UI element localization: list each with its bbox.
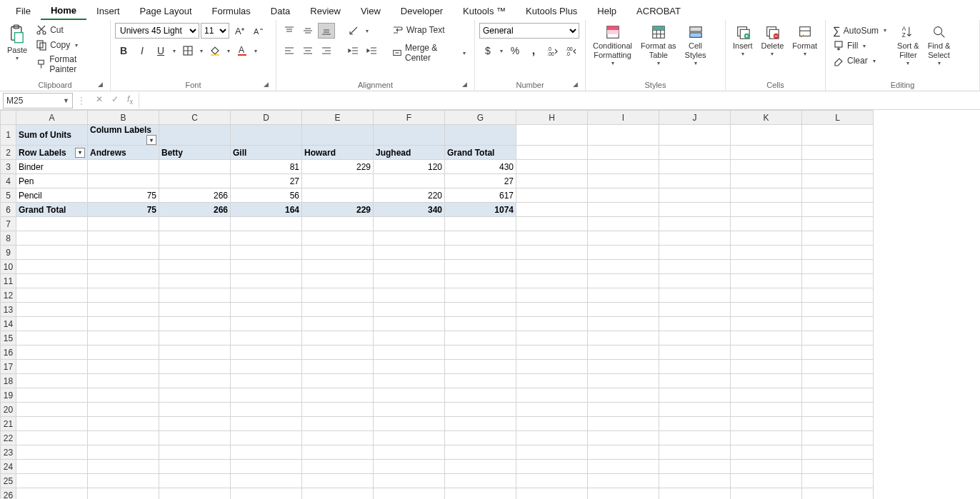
cell[interactable] [16, 360, 88, 374]
row-header[interactable]: 5 [1, 188, 16, 203]
cell[interactable] [802, 388, 874, 403]
cell[interactable]: Pencil [16, 188, 88, 203]
cell[interactable] [731, 160, 802, 174]
cell[interactable]: Howard [302, 146, 374, 160]
cell[interactable] [88, 417, 159, 431]
tab-developer[interactable]: Developer [391, 3, 453, 19]
cell[interactable] [231, 231, 302, 246]
formula-input[interactable] [139, 93, 980, 109]
cell[interactable] [16, 388, 88, 403]
cell[interactable] [159, 460, 231, 474]
row-header[interactable]: 3 [1, 160, 16, 174]
cell[interactable] [659, 288, 731, 303]
cell[interactable] [731, 417, 802, 431]
cell[interactable] [16, 445, 88, 460]
cell[interactable] [88, 445, 159, 460]
cell[interactable] [659, 417, 731, 431]
cell[interactable] [159, 346, 231, 360]
cell[interactable] [659, 488, 731, 500]
cell[interactable] [659, 403, 731, 417]
cell[interactable] [731, 331, 802, 346]
cell[interactable] [159, 174, 231, 188]
row-header[interactable]: 17 [1, 360, 16, 374]
cell[interactable]: 229 [302, 203, 374, 217]
cell[interactable] [302, 417, 374, 431]
cell[interactable] [374, 431, 445, 445]
row-header[interactable]: 6 [1, 203, 16, 217]
cell[interactable] [659, 274, 731, 288]
cell[interactable] [231, 445, 302, 460]
copy-button[interactable]: Copy▾ [33, 38, 106, 52]
cell[interactable] [16, 417, 88, 431]
cell[interactable] [374, 231, 445, 246]
cell[interactable] [659, 460, 731, 474]
merge-center-button[interactable]: Merge & Center▾ [389, 41, 470, 64]
increase-decimal-button[interactable]: .0.00 [544, 43, 561, 59]
cell[interactable] [88, 403, 159, 417]
cell[interactable] [16, 260, 88, 274]
cell[interactable] [302, 274, 374, 288]
format-button[interactable]: Format▾ [789, 23, 820, 59]
cell[interactable] [802, 274, 874, 288]
cell[interactable] [516, 403, 588, 417]
tab-view[interactable]: View [351, 3, 391, 19]
cell[interactable] [516, 217, 588, 231]
increase-font-button[interactable]: A [231, 23, 248, 39]
chevron-down-icon[interactable]: ▾ [801, 51, 809, 58]
chevron-down-icon[interactable]: ▼ [63, 97, 69, 104]
cell[interactable] [802, 160, 874, 174]
cell[interactable] [588, 274, 659, 288]
cell[interactable] [374, 303, 445, 317]
name-box[interactable]: M25▼ [3, 93, 73, 109]
row-header[interactable]: 16 [1, 346, 16, 360]
wrap-text-button[interactable]: Wrap Text [389, 23, 470, 37]
chevron-down-icon[interactable]: ▾ [936, 60, 943, 67]
cell[interactable] [731, 203, 802, 217]
dialog-launcher-icon[interactable]: ◢ [96, 81, 104, 89]
cell[interactable] [231, 217, 302, 231]
col-header[interactable]: E [302, 111, 374, 125]
filter-dropdown-icon[interactable]: ▾ [146, 135, 156, 145]
cell[interactable] [16, 231, 88, 246]
cell[interactable] [374, 246, 445, 260]
cell[interactable] [588, 188, 659, 203]
cell[interactable] [802, 188, 874, 203]
cell[interactable] [231, 303, 302, 317]
row-header[interactable]: 21 [1, 417, 16, 431]
cell[interactable] [374, 374, 445, 388]
cell[interactable] [802, 431, 874, 445]
tab-review[interactable]: Review [300, 3, 351, 19]
cell[interactable] [588, 260, 659, 274]
cell[interactable] [231, 125, 302, 146]
cell[interactable] [445, 360, 516, 374]
cell[interactable] [302, 288, 374, 303]
cell[interactable]: 430 [445, 160, 516, 174]
cell[interactable] [302, 331, 374, 346]
cell[interactable]: 120 [374, 160, 445, 174]
orientation-button[interactable] [345, 23, 362, 39]
cell[interactable] [516, 488, 588, 500]
cell[interactable] [659, 260, 731, 274]
cell[interactable]: 1074 [445, 203, 516, 217]
cell[interactable] [802, 417, 874, 431]
row-header[interactable]: 26 [1, 488, 16, 500]
cell[interactable] [588, 231, 659, 246]
cell[interactable] [445, 125, 516, 146]
cell[interactable] [516, 160, 588, 174]
cell[interactable] [159, 217, 231, 231]
row-header[interactable]: 12 [1, 288, 16, 303]
cell[interactable] [231, 474, 302, 488]
sort-filter-button[interactable]: AZSort & Filter▾ [894, 23, 922, 69]
cell[interactable] [731, 445, 802, 460]
cell[interactable] [302, 317, 374, 331]
chevron-down-icon[interactable]: ▾ [609, 60, 616, 67]
chevron-down-icon[interactable]: ▾ [498, 48, 505, 54]
cell[interactable] [731, 388, 802, 403]
cell[interactable] [659, 303, 731, 317]
col-header[interactable]: J [659, 111, 731, 125]
cell[interactable] [588, 303, 659, 317]
cell[interactable] [159, 274, 231, 288]
cell[interactable] [588, 146, 659, 160]
row-header[interactable]: 7 [1, 217, 16, 231]
italic-button[interactable]: I [134, 43, 151, 59]
